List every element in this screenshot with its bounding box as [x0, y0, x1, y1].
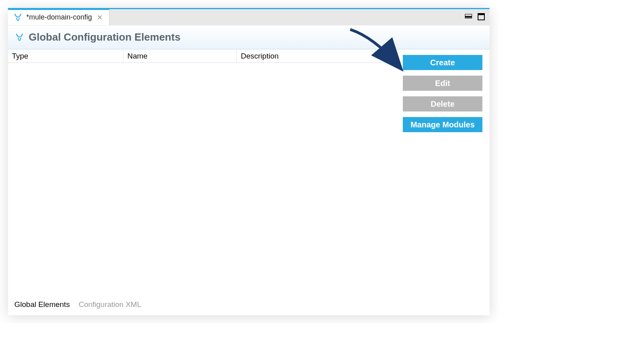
bottom-tabs: Global Elements Configuration XML — [8, 296, 490, 315]
content-area: Type Name Description Create Edit Delete… — [8, 49, 490, 296]
tab-configuration-xml[interactable]: Configuration XML — [78, 300, 141, 309]
mule-icon — [14, 32, 25, 43]
manage-modules-button[interactable]: Manage Modules — [403, 117, 482, 132]
window-controls — [465, 13, 485, 22]
panel-header: Global Configuration Elements — [8, 25, 490, 49]
table-header-row: Type Name Description — [8, 49, 398, 63]
mule-icon — [13, 12, 23, 23]
tab-title: *mule-domain-config — [26, 13, 92, 21]
elements-table: Type Name Description — [8, 49, 398, 296]
maximize-icon[interactable] — [478, 13, 485, 22]
tab-global-elements[interactable]: Global Elements — [14, 300, 70, 309]
svg-rect-0 — [465, 16, 472, 17]
minimize-icon[interactable] — [465, 14, 472, 21]
file-tab[interactable]: *mule-domain-config ✕ — [8, 9, 109, 25]
side-buttons: Create Edit Delete Manage Modules — [398, 49, 490, 296]
edit-button: Edit — [403, 76, 482, 91]
column-header-name[interactable]: Name — [123, 49, 237, 63]
editor-window: *mule-domain-config ✕ Global Configu — [8, 8, 490, 315]
column-header-description[interactable]: Description — [237, 49, 398, 63]
panel-title: Global Configuration Elements — [29, 31, 180, 43]
close-icon[interactable]: ✕ — [95, 13, 104, 22]
column-header-type[interactable]: Type — [8, 49, 123, 63]
svg-rect-3 — [478, 14, 484, 15]
create-button[interactable]: Create — [403, 55, 482, 70]
delete-button: Delete — [403, 96, 482, 111]
tab-bar: *mule-domain-config ✕ — [8, 8, 490, 25]
